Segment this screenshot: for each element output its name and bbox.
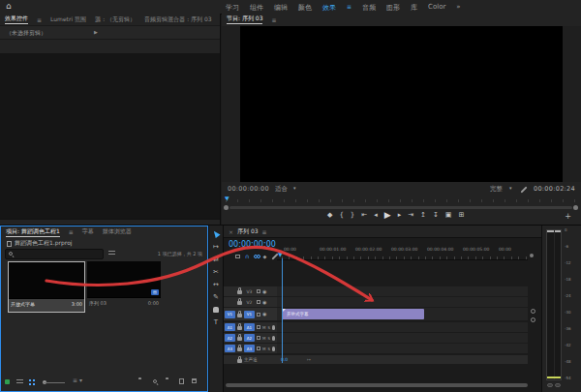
mute-button[interactable]: M <box>262 347 265 351</box>
workspace-tab-color[interactable]: 颜色 <box>298 3 312 13</box>
project-item-open-captions[interactable]: 开放式字幕 3:00 <box>8 261 85 313</box>
home-icon[interactable]: ⌂ <box>6 1 12 11</box>
panel-menu-icon[interactable]: ≡ <box>271 16 276 23</box>
solo-button[interactable]: S <box>267 325 270 330</box>
lock-icon[interactable] <box>237 347 242 351</box>
add-marker-icon[interactable]: ◆ <box>262 254 266 259</box>
timeline-vscroll-handle-bottom[interactable] <box>531 317 535 322</box>
workspace-tab-libraries[interactable]: 库 <box>411 3 417 13</box>
hand-tool[interactable] <box>210 305 222 314</box>
project-writable-icon[interactable] <box>5 379 10 384</box>
icon-view-icon[interactable] <box>29 379 31 381</box>
time-ruler[interactable]: 00:00 00:00:01:00 00:00:02:00 00:00:03:0… <box>277 238 528 260</box>
voiceover-record-icon[interactable] <box>272 336 275 341</box>
voiceover-record-icon[interactable] <box>272 325 275 330</box>
lock-icon[interactable] <box>237 337 242 341</box>
playback-resolution-select[interactable]: 完整 <box>490 185 503 194</box>
panel-menu-icon[interactable]: ≡ <box>262 228 267 235</box>
toggle-output-eye-icon[interactable]: ◉ <box>262 289 266 294</box>
project-search-input[interactable] <box>15 250 103 258</box>
source-patch-empty[interactable] <box>225 298 235 306</box>
go-to-in-button[interactable]: ⇤ <box>361 211 367 219</box>
go-to-out-button[interactable]: ⇥ <box>408 211 413 219</box>
audio-meter-bars[interactable] <box>546 229 562 380</box>
source-patch-a1[interactable]: A1 <box>225 323 235 331</box>
playhead-line[interactable] <box>282 258 283 363</box>
track-target-a1[interactable]: A1 <box>244 323 255 331</box>
program-time-ruler[interactable] <box>226 197 576 202</box>
lock-icon[interactable] <box>237 314 242 317</box>
nest-toggle-icon[interactable] <box>235 255 240 258</box>
sort-icons-icon[interactable]: ≡ ▾ <box>73 377 82 383</box>
tab-media-browser[interactable]: 媒体浏览器 <box>103 227 132 236</box>
timeline-vscroll-handle-top[interactable] <box>531 309 535 314</box>
lock-icon[interactable] <box>237 359 242 363</box>
project-file-row[interactable]: 舞蹈调色工程1.prproj <box>7 239 72 248</box>
sync-lock-icon[interactable] <box>257 325 260 329</box>
filter-bin-icon[interactable] <box>108 251 115 256</box>
program-timecode[interactable]: 00:00:00:00 <box>228 185 269 193</box>
step-back-button[interactable]: ◂ <box>374 211 378 219</box>
export-frame-button[interactable]: ▣ <box>445 211 452 219</box>
step-forward-button[interactable]: ▸ <box>398 211 402 219</box>
track-target-v3[interactable]: V3 <box>244 289 255 294</box>
new-item-icon[interactable] <box>179 378 184 384</box>
zoom-slider-track[interactable] <box>44 382 65 383</box>
solo-right-button[interactable] <box>555 383 561 387</box>
solo-button[interactable]: S <box>267 347 270 351</box>
zoom-level-select[interactable]: 适合 <box>275 185 288 194</box>
settings-wrench-icon[interactable] <box>520 186 527 193</box>
lock-icon[interactable] <box>237 290 242 294</box>
tab-source-monitor[interactable]: 源：（无剪辑） <box>95 15 136 24</box>
workspace-tab-graphics[interactable]: 图形 <box>386 3 400 13</box>
extract-button[interactable]: ↧ <box>433 211 439 219</box>
chevron-down-icon[interactable]: ▾ <box>293 185 296 191</box>
track-target-v2[interactable]: V2 <box>244 300 255 305</box>
track-lane-v3[interactable] <box>277 286 528 296</box>
timeline-clip-open-captions[interactable]: 开放式字幕 <box>282 309 424 319</box>
scrollbar-right-handle[interactable] <box>573 205 578 210</box>
sync-lock-icon[interactable] <box>257 289 260 293</box>
sync-lock-icon[interactable] <box>257 347 260 350</box>
comparison-view-button[interactable]: ⊞ <box>458 211 464 219</box>
track-target-a3[interactable]: A3 <box>244 345 255 352</box>
workspace-tab-audio[interactable]: 音频 <box>362 3 376 13</box>
list-view-icon[interactable] <box>16 379 23 385</box>
workspace-tab-editing[interactable]: 编辑 <box>274 3 288 13</box>
panel-menu-icon[interactable]: ≡ <box>69 228 74 235</box>
workspace-menu-icon[interactable]: ≡ <box>347 3 352 13</box>
program-scrollbar[interactable] <box>229 206 572 209</box>
source-patch-v1[interactable]: V1 <box>225 311 235 318</box>
find-icon[interactable] <box>153 379 157 383</box>
razor-tool[interactable]: ✂ <box>210 267 222 276</box>
sync-lock-icon[interactable] <box>257 300 260 304</box>
tab-captions[interactable]: 字幕 <box>82 227 94 236</box>
chevron-down-icon[interactable]: ▾ <box>509 185 512 191</box>
workspace-tab-learn[interactable]: 学习 <box>226 3 239 13</box>
toggle-output-eye-icon[interactable]: ◉ <box>262 300 266 305</box>
solo-button[interactable]: S <box>267 336 270 341</box>
track-lane-a2[interactable] <box>277 333 528 343</box>
sync-lock-icon[interactable] <box>257 336 260 340</box>
lock-icon[interactable] <box>237 326 242 330</box>
type-tool[interactable]: T <box>210 317 222 326</box>
timeline-timecode[interactable]: 00:00:00:00 <box>229 240 276 249</box>
mute-button[interactable]: M <box>262 325 265 330</box>
mute-button[interactable]: M <box>262 336 265 341</box>
sync-lock-icon[interactable] <box>257 313 260 317</box>
track-target-a2[interactable]: A2 <box>244 334 255 342</box>
tab-lumetri-scopes[interactable]: Lumetri 范围 <box>50 15 86 24</box>
toggle-output-eye-icon[interactable]: ◉ <box>262 312 266 317</box>
tab-project[interactable]: 项目: 舞蹈调色工程1 <box>6 227 60 237</box>
solo-left-button[interactable] <box>547 383 553 387</box>
lift-button[interactable]: ↥ <box>420 211 426 219</box>
mark-out-button[interactable]: } <box>351 211 354 219</box>
ruler-zoom-handle[interactable] <box>530 254 534 257</box>
play-button[interactable]: ▶ <box>384 210 391 220</box>
project-item-sequence[interactable]: ▤ 序列 03 0:00 <box>87 261 161 311</box>
playhead-icon[interactable]: ▼ <box>278 251 283 257</box>
add-marker-button[interactable]: ◆ <box>327 211 332 219</box>
track-lane-a3[interactable] <box>277 344 528 353</box>
workspace-tab-assembly[interactable]: 组件 <box>250 3 263 13</box>
track-select-forward-tool[interactable]: ↦ <box>210 242 222 251</box>
